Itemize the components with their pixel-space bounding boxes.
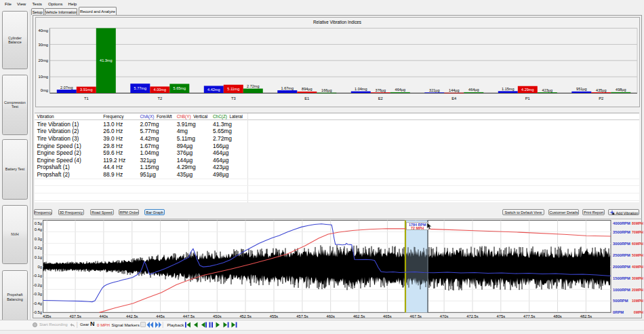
svg-text:447.5s: 447.5s (183, 314, 195, 318)
svg-text:0mg: 0mg (41, 88, 48, 92)
svg-text:321µg: 321µg (429, 88, 439, 92)
svg-text:477.5s: 477.5s (523, 314, 536, 318)
svg-text:3000RPM: 3000RPM (613, 242, 630, 246)
svg-text:2000RPM: 2000RPM (613, 265, 630, 269)
svg-text:1500RPM: 1500RPM (613, 276, 630, 280)
svg-text:4.42mg: 4.42mg (207, 88, 220, 92)
svg-text:-0.3g: -0.3g (33, 292, 42, 296)
svg-text:894µg: 894µg (302, 87, 312, 91)
svg-text:455s: 455s (270, 314, 279, 318)
svg-text:3.91mg: 3.91mg (80, 88, 92, 92)
svg-text:144µg: 144µg (449, 88, 459, 92)
svg-text:0.3g: 0.3g (35, 237, 42, 241)
svg-text:0.5g: 0.5g (35, 221, 42, 225)
svg-text:1000RPM: 1000RPM (613, 288, 630, 292)
svg-text:462.5s: 462.5s (353, 314, 365, 318)
svg-text:4.00mg: 4.00mg (154, 88, 166, 92)
svg-text:20mg: 20mg (38, 58, 48, 62)
svg-text:E4: E4 (451, 96, 457, 100)
svg-text:20MPH: 20MPH (632, 288, 643, 292)
svg-text:1.67mg: 1.67mg (281, 86, 294, 90)
svg-text:P2: P2 (599, 96, 603, 100)
svg-text:467.5s: 467.5s (410, 314, 422, 318)
svg-text:40mg: 40mg (38, 29, 48, 33)
svg-text:E1: E1 (304, 96, 309, 100)
svg-text:41.3mg: 41.3mg (100, 58, 112, 62)
svg-text:50MPH: 50MPH (632, 253, 643, 257)
svg-text:465s: 465s (383, 314, 392, 318)
svg-text:450s: 450s (213, 314, 222, 318)
svg-text:0RPM: 0RPM (613, 310, 624, 314)
svg-text:440s: 440s (100, 314, 108, 318)
svg-text:452.5s: 452.5s (239, 314, 251, 318)
svg-text:470s: 470s (440, 314, 449, 318)
svg-text:5.77mg: 5.77mg (134, 86, 146, 90)
svg-text:2.07mg: 2.07mg (60, 86, 73, 90)
svg-text:10MPH: 10MPH (632, 299, 643, 303)
svg-text:464µg: 464µg (395, 88, 405, 92)
svg-text:464µg: 464µg (468, 88, 479, 92)
svg-text:435µg: 435µg (596, 88, 606, 92)
svg-text:437.5s: 437.5s (69, 314, 81, 318)
svg-text:1.04mg: 1.04mg (355, 87, 367, 91)
svg-text:30MPH: 30MPH (632, 276, 643, 280)
svg-text:480s: 480s (553, 314, 562, 318)
svg-text:T2: T2 (157, 96, 162, 100)
svg-text:5.11mg: 5.11mg (227, 87, 239, 91)
svg-text:951µg: 951µg (576, 87, 586, 91)
svg-text:5.65mg: 5.65mg (174, 86, 186, 90)
svg-text:T3: T3 (231, 96, 236, 100)
svg-text:0g: 0g (38, 265, 42, 269)
svg-text:0.4g: 0.4g (35, 227, 42, 231)
svg-text:442.5s: 442.5s (126, 314, 138, 318)
svg-text:10mg: 10mg (38, 75, 48, 79)
svg-text:-0.4g: -0.4g (33, 301, 42, 305)
svg-text:3500RPM: 3500RPM (613, 230, 630, 234)
svg-text:60MPH: 60MPH (632, 242, 643, 246)
svg-text:2500RPM: 2500RPM (613, 253, 630, 257)
svg-text:423µg: 423µg (542, 88, 552, 92)
svg-text:80MPH: 80MPH (632, 221, 643, 225)
svg-text:T1: T1 (84, 96, 89, 100)
svg-text:70MPH: 70MPH (632, 230, 643, 234)
svg-text:-0.5g: -0.5g (33, 310, 42, 314)
svg-text:472.5s: 472.5s (466, 314, 479, 318)
svg-text:498µg: 498µg (616, 88, 626, 92)
svg-text:-0.1g: -0.1g (33, 274, 42, 278)
svg-text:460s: 460s (326, 314, 335, 318)
svg-text:P1: P1 (525, 96, 530, 100)
svg-text:435s: 435s (43, 314, 52, 318)
svg-text:-0.2g: -0.2g (33, 283, 42, 287)
svg-text:4000RPM: 4000RPM (613, 221, 630, 225)
svg-text:4.29mg: 4.29mg (521, 88, 534, 92)
svg-text:482.5s: 482.5s (580, 314, 592, 318)
svg-text:2.72mg: 2.72mg (247, 84, 259, 88)
svg-text:40MPH: 40MPH (632, 265, 643, 269)
svg-text:0.1g: 0.1g (35, 255, 42, 259)
svg-text:0.2g: 0.2g (35, 246, 42, 250)
svg-text:1.15mg: 1.15mg (502, 87, 514, 91)
svg-text:475s: 475s (497, 314, 506, 318)
svg-text:445s: 445s (156, 314, 165, 318)
svg-text:500RPM: 500RPM (613, 299, 628, 303)
svg-text:166µg: 166µg (321, 88, 331, 92)
svg-text:0MPH: 0MPH (634, 310, 643, 314)
svg-text:30mg: 30mg (38, 43, 48, 47)
svg-text:457.5s: 457.5s (296, 314, 308, 318)
svg-text:E2: E2 (378, 96, 383, 100)
svg-text:72 MPH: 72 MPH (411, 226, 424, 230)
svg-text:376µg: 376µg (376, 88, 386, 92)
